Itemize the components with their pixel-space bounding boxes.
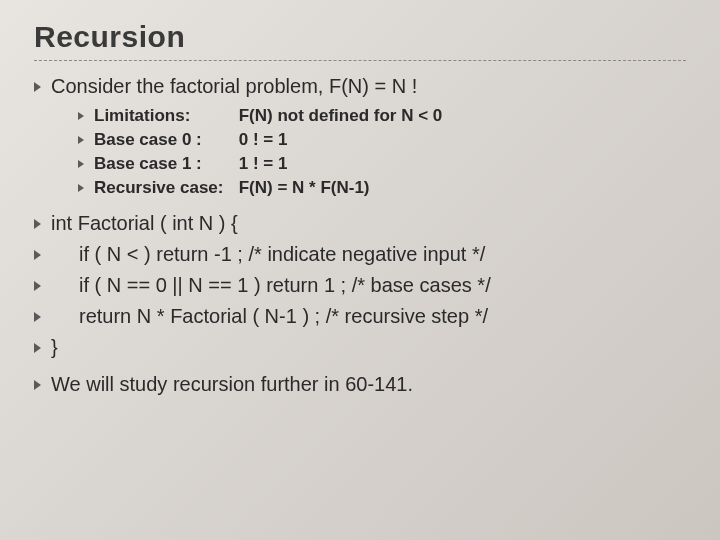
sub-item: Base case 0 : 0 ! = 1: [78, 130, 686, 150]
code-block: int Factorial ( int N ) { if ( N < ) ret…: [34, 212, 686, 359]
triangle-bullet-icon: [34, 343, 41, 353]
sub-value: F(N) not defined for N < 0: [239, 106, 443, 125]
code-text: if ( N == 0 || N == 1 ) return 1 ; /* ba…: [51, 274, 491, 297]
triangle-bullet-icon: [34, 281, 41, 291]
intro-bullet: Consider the factorial problem, F(N) = N…: [34, 75, 686, 98]
title-divider: [34, 60, 686, 61]
code-line: if ( N == 0 || N == 1 ) return 1 ; /* ba…: [34, 274, 686, 297]
triangle-bullet-icon: [34, 219, 41, 229]
sub-item: Recursive case: F(N) = N * F(N-1): [78, 178, 686, 198]
triangle-bullet-icon: [78, 112, 84, 120]
sub-label: Base case 0 :: [94, 130, 234, 150]
sub-value: 0 ! = 1: [239, 130, 288, 149]
sub-bullets: Limitations: F(N) not defined for N < 0 …: [34, 106, 686, 198]
triangle-bullet-icon: [78, 184, 84, 192]
sub-value: 1 ! = 1: [239, 154, 288, 173]
sub-text: Base case 0 : 0 ! = 1: [94, 130, 287, 150]
closing-text: We will study recursion further in 60-14…: [51, 373, 413, 396]
sub-label: Limitations:: [94, 106, 234, 126]
sub-text: Base case 1 : 1 ! = 1: [94, 154, 287, 174]
sub-label: Base case 1 :: [94, 154, 234, 174]
slide: Recursion Consider the factorial problem…: [0, 0, 720, 540]
code-text: return N * Factorial ( N-1 ) ; /* recurs…: [51, 305, 488, 328]
sub-text: Limitations: F(N) not defined for N < 0: [94, 106, 442, 126]
sub-item: Base case 1 : 1 ! = 1: [78, 154, 686, 174]
triangle-bullet-icon: [34, 312, 41, 322]
code-text: int Factorial ( int N ) {: [51, 212, 238, 235]
triangle-bullet-icon: [34, 380, 41, 390]
code-text: }: [51, 336, 58, 359]
closing-bullet: We will study recursion further in 60-14…: [34, 373, 686, 396]
sub-label: Recursive case:: [94, 178, 234, 198]
slide-title: Recursion: [34, 20, 686, 54]
code-text: if ( N < ) return -1 ; /* indicate negat…: [51, 243, 485, 266]
intro-text: Consider the factorial problem, F(N) = N…: [51, 75, 417, 98]
code-line: int Factorial ( int N ) {: [34, 212, 686, 235]
triangle-bullet-icon: [34, 82, 41, 92]
sub-value: F(N) = N * F(N-1): [239, 178, 370, 197]
code-line: if ( N < ) return -1 ; /* indicate negat…: [34, 243, 686, 266]
code-line: }: [34, 336, 686, 359]
triangle-bullet-icon: [78, 136, 84, 144]
code-line: return N * Factorial ( N-1 ) ; /* recurs…: [34, 305, 686, 328]
triangle-bullet-icon: [34, 250, 41, 260]
sub-item: Limitations: F(N) not defined for N < 0: [78, 106, 686, 126]
sub-text: Recursive case: F(N) = N * F(N-1): [94, 178, 370, 198]
triangle-bullet-icon: [78, 160, 84, 168]
